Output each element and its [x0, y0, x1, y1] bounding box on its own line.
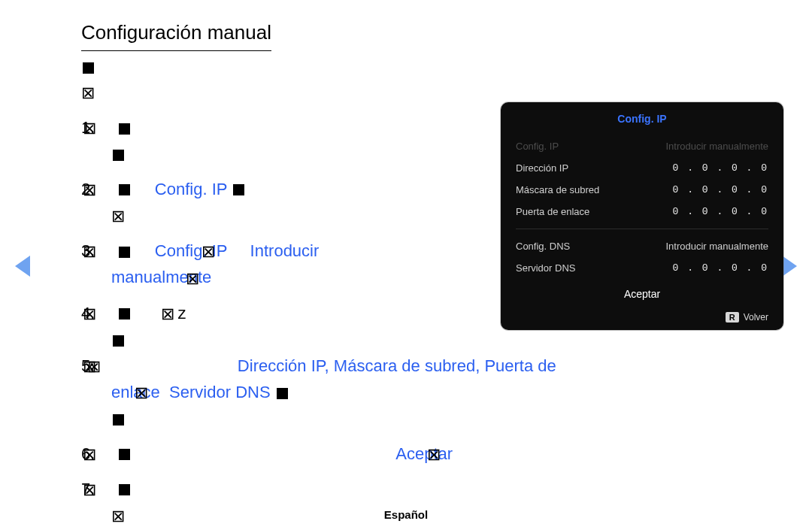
panel-row-config-ip[interactable]: Config. IP Introducir manualmente — [516, 135, 768, 157]
step-7: 7. ⊠ ⊠ — [81, 477, 735, 529]
step-5-highlight-c: Servidor DNS — [169, 383, 270, 401]
text-glyph — [119, 484, 130, 495]
panel-row-gateway[interactable]: Puerta de enlace 0 . 0 . 0 . 0 — [516, 201, 768, 223]
panel-label-config-ip: Config. IP — [516, 141, 559, 152]
panel-row-mask[interactable]: Máscara de subred 0 . 0 . 0 . 0 — [516, 179, 768, 201]
panel-value-mask: 0 . 0 . 0 . 0 — [673, 184, 768, 195]
panel-footer: R Volver — [516, 304, 768, 323]
step-3-highlight-a: Config. IP — [155, 241, 227, 260]
step-6-highlight: Aceptar — [395, 444, 453, 463]
page-title: Configuración manual — [81, 21, 271, 51]
step-3-highlight-b: Introducir — [250, 241, 320, 260]
panel-label-gateway: Puerta de enlace — [516, 206, 589, 217]
text-glyph — [119, 123, 130, 135]
config-ip-panel: Config. IP Config. IP Introducir manualm… — [501, 102, 783, 330]
panel-value-config-ip: Introducir manualmente — [665, 141, 768, 152]
step-3: 3. ⊠ Config. IP ⊠ Introducir manualmente… — [81, 238, 502, 291]
text-glyph — [233, 184, 244, 195]
step-2-highlight: Config. IP — [155, 180, 227, 198]
panel-back-label[interactable]: Volver — [744, 312, 768, 323]
step-4-letter: z — [177, 304, 186, 323]
missing-glyph: ⊠ — [111, 204, 125, 229]
panel-divider — [516, 229, 768, 229]
panel-label-config-dns: Config. DNS — [516, 241, 570, 252]
panel-value-gateway: 0 . 0 . 0 . 0 — [673, 206, 768, 217]
text-glyph — [119, 449, 130, 460]
text-glyph — [113, 150, 124, 161]
missing-glyph: ⊠ — [81, 80, 95, 106]
step-1: 1. ⊠ — [81, 115, 502, 167]
instructions-block-lower: 5. ⊠ ⊠ Dirección IP, Máscara de subred, … — [81, 344, 735, 529]
paragraph-glyph — [83, 62, 94, 74]
panel-row-ip[interactable]: Dirección IP 0 . 0 . 0 . 0 — [516, 157, 768, 179]
text-glyph — [119, 184, 130, 195]
nav-prev-arrow[interactable] — [15, 256, 30, 277]
language-footer: Español — [0, 508, 812, 521]
panel-label-ip: Dirección IP — [516, 162, 568, 174]
panel-value-config-dns: Introducir manualmente — [665, 241, 768, 252]
steps-list: 1. ⊠ 2. ⊠ Config. IP ⊠ 3. ⊠ Config. IP ⊠… — [81, 115, 502, 353]
nav-next-arrow[interactable] — [782, 256, 797, 277]
panel-label-dns: Servidor DNS — [516, 262, 575, 274]
panel-value-dns: 0 . 0 . 0 . 0 — [673, 262, 768, 274]
panel-label-mask: Máscara de subred — [516, 184, 599, 195]
panel-value-ip: 0 . 0 . 0 . 0 — [673, 162, 768, 174]
return-key-badge: R — [726, 312, 739, 323]
panel-row-dns[interactable]: Servidor DNS 0 . 0 . 0 . 0 — [516, 257, 768, 279]
text-glyph — [277, 388, 288, 399]
panel-row-config-dns[interactable]: Config. DNS Introducir manualmente — [516, 235, 768, 257]
step-6: 6. ⊠ Aceptar ⊠ — [81, 441, 735, 468]
panel-title: Config. IP — [516, 113, 768, 125]
step-5: 5. ⊠ ⊠ Dirección IP, Máscara de subred, … — [81, 353, 735, 432]
text-glyph — [119, 247, 130, 258]
step-5-highlight-a: Dirección IP, Máscara de subred, Puerta … — [238, 356, 556, 375]
step-2: 2. ⊠ Config. IP ⊠ — [81, 177, 502, 229]
instructions-block: ⊠ 1. ⊠ 2. ⊠ Config. IP ⊠ 3. ⊠ Config. IP… — [81, 54, 502, 353]
text-glyph — [113, 414, 124, 426]
panel-accept-button[interactable]: Aceptar — [516, 279, 768, 304]
text-glyph — [119, 308, 130, 320]
